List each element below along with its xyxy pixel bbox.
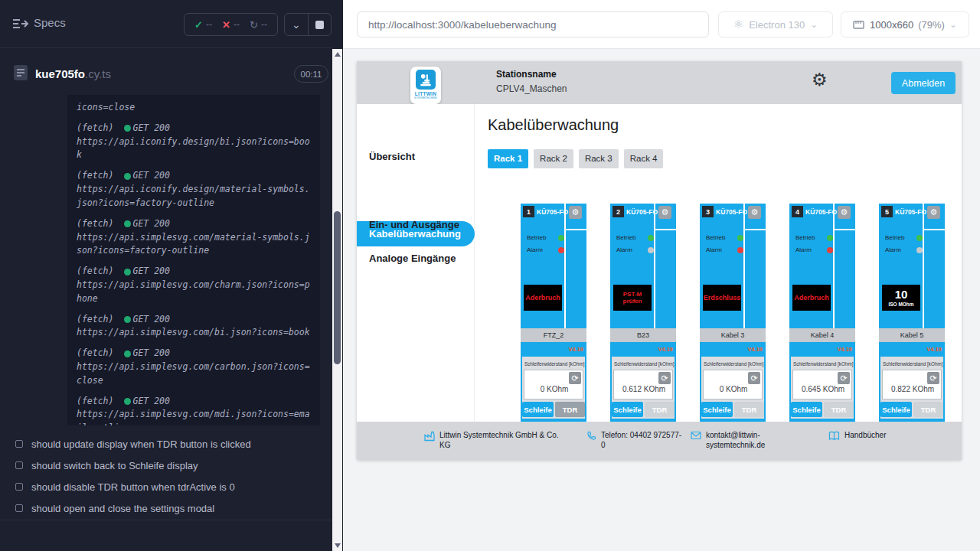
app-header: LITTWIN SYSTEMTECHNIK Stationsname CPLV4… <box>357 61 962 104</box>
measurement-label: Schleifenwiderstand [kOhm] <box>524 361 584 367</box>
tdr-button[interactable]: TDR <box>824 402 854 417</box>
scroll-down-arrow[interactable] <box>332 540 342 551</box>
schleife-button[interactable]: Schleife <box>522 402 554 417</box>
collapse-all-button[interactable]: ⌄ <box>285 15 308 34</box>
card-title: KÜ705-FO <box>805 208 837 216</box>
tdr-button[interactable]: TDR <box>645 402 675 417</box>
test-row[interactable]: should disable TDR button when tdrActive… <box>15 476 329 497</box>
schleife-button[interactable]: Schleife <box>701 402 733 417</box>
logout-button[interactable]: Abmelden <box>891 72 956 94</box>
test-row[interactable]: should update display when TDR button is… <box>15 433 329 455</box>
card-number-badge: 5 <box>881 206 893 217</box>
schleife-button[interactable]: Schleife <box>791 402 822 417</box>
card-settings-button[interactable]: ⚙ <box>838 206 851 219</box>
refresh-icon: ⟳ <box>929 374 936 383</box>
gear-icon: ⚙ <box>930 208 938 217</box>
card-settings-button[interactable]: ⚙ <box>658 206 671 219</box>
iso-value: 10 <box>895 289 908 302</box>
card-settings-button[interactable]: ⚙ <box>569 206 582 219</box>
schleife-button[interactable]: Schleife <box>612 402 643 417</box>
url-input[interactable] <box>357 11 709 37</box>
tdr-button[interactable]: TDR <box>913 402 943 417</box>
tdr-button[interactable]: TDR <box>555 402 585 417</box>
status-display: Aderbruch <box>524 285 562 311</box>
scroll-up-arrow[interactable] <box>332 49 342 60</box>
betrieb-led <box>737 235 743 241</box>
status-ok-dot <box>124 220 131 227</box>
littwin-logo: LITTWIN SYSTEMTECHNIK <box>410 67 441 104</box>
refresh-button[interactable]: ⟳ <box>569 372 581 384</box>
logo-text: LITTWIN <box>410 91 441 96</box>
card-settings-button[interactable]: ⚙ <box>748 206 761 219</box>
betrieb-label: Betrieb <box>706 234 725 241</box>
tab-rack-2[interactable]: Rack 2 <box>534 149 573 168</box>
network-log-entry[interactable]: (fetch)GET 200 https://api.simplesvg.com… <box>77 395 311 425</box>
measurement-value: 0.645 KOhm <box>793 385 853 393</box>
network-log-entry[interactable]: (fetch)GET 200 https://api.simplesvg.com… <box>77 217 311 258</box>
value-box: ⟳ 0 KOhm <box>703 370 763 399</box>
network-log-entry[interactable]: (fetch)GET 200 https://api.simplesvg.com… <box>77 265 311 305</box>
refresh-button[interactable]: ⟳ <box>658 372 671 384</box>
alarm-label: Alarm <box>885 246 901 253</box>
footer-manuals[interactable]: Handbücher <box>828 430 886 441</box>
cable-label: FTZ_2 <box>521 328 586 342</box>
browser-selector[interactable]: ⚛ Electron 130 ⌄ <box>718 11 833 37</box>
card-title: KÜ705-FO <box>895 208 926 216</box>
card-number-badge: 2 <box>612 206 624 217</box>
network-log-entry[interactable]: (fetch)GET 200 https://api.simplesvg.com… <box>77 347 311 387</box>
tab-rack-4[interactable]: Rack 4 <box>624 149 664 168</box>
measurement-label: Schleifenwiderstand [kOhm] <box>704 361 763 367</box>
betrieb-label: Betrieb <box>616 234 635 241</box>
stop-tests-button[interactable] <box>309 21 332 29</box>
refresh-button[interactable]: ⟳ <box>927 372 939 384</box>
logo-subtext: SYSTEMTECHNIK <box>410 96 441 99</box>
network-log-entry[interactable]: (fetch)GET 200 https://api.iconify.desig… <box>77 122 311 162</box>
tab-rack-3[interactable]: Rack 3 <box>579 149 619 168</box>
test-row[interactable]: should switch back to Schleife display <box>15 455 329 476</box>
viewport-selector[interactable]: 1000x660 (79%) ⌄ <box>841 11 969 37</box>
status-ok-dot <box>124 350 131 357</box>
card-settings-button[interactable]: ⚙ <box>927 206 940 219</box>
sidebar-item-uebersicht[interactable]: Übersicht <box>369 151 415 162</box>
pending-test-icon <box>15 504 23 512</box>
pending-test-icon <box>15 483 23 491</box>
network-log-entry[interactable]: icons=close <box>77 101 311 115</box>
footer-company: Littwin Systemtechnik GmbH & Co. KG <box>424 430 564 450</box>
test-row[interactable]: should open and close the settings modal <box>15 497 329 519</box>
failed-count: -- <box>234 19 240 30</box>
test-stats: ✓ -- ✕ -- ↻ -- <box>184 13 278 36</box>
refresh-button[interactable]: ⟳ <box>838 372 850 384</box>
card-title: KÜ705-FO <box>716 208 747 216</box>
network-log-entry[interactable]: (fetch)GET 200 https://api.simplesvg.com… <box>77 313 311 341</box>
spec-file-ext: .cy.ts <box>85 67 111 80</box>
browser-chrome-bar: ⚛ Electron 130 ⌄ 1000x660 (79%) ⌄ <box>343 0 980 49</box>
card-title: KÜ705-FO <box>537 208 568 216</box>
chevron-down-icon: ⌄ <box>292 18 301 31</box>
stop-icon <box>315 21 324 29</box>
sidebar-item-ein-und-ausgaenge[interactable]: Ein- und Ausgänge <box>369 219 459 230</box>
sidebar-item-analoge-eingaenge[interactable]: Analoge Eingänge <box>369 253 456 264</box>
betrieb-label: Betrieb <box>527 234 546 241</box>
status-ok-dot <box>124 125 131 132</box>
footer-email[interactable]: kontakt@littwin-systemtechnik.de <box>691 430 782 450</box>
measurement-value: 0 KOhm <box>524 385 584 393</box>
status-ok-dot <box>124 269 131 276</box>
schleife-button[interactable]: Schleife <box>880 402 912 417</box>
specs-list-toggle-icon[interactable] <box>12 17 29 31</box>
stat-pending: ↻ -- <box>250 19 267 31</box>
measurement-value: 0 KOhm <box>704 385 763 393</box>
betrieb-led <box>648 235 654 241</box>
value-box: ⟳ 0.612 KOhm <box>613 370 673 399</box>
spec-file-name: kue705fo.cy.ts <box>35 67 111 80</box>
gear-icon: ⚙ <box>662 208 669 217</box>
sidebar-nav: Übersicht Kabelüberwachung Ein- und Ausg… <box>357 104 475 460</box>
tdr-button[interactable]: TDR <box>734 402 764 417</box>
scrollbar-thumb[interactable] <box>334 211 341 364</box>
settings-gear-icon[interactable]: ⚙ <box>812 71 828 89</box>
network-log-entry[interactable]: (fetch)GET 200 https://api.iconify.desig… <box>77 169 311 210</box>
vertical-scrollbar[interactable] <box>332 49 342 551</box>
refresh-button[interactable]: ⟳ <box>748 372 760 384</box>
tab-rack-1[interactable]: Rack 1 <box>488 149 528 168</box>
viewport-size: 1000x660 <box>870 19 913 31</box>
spec-file-row[interactable]: kue705fo.cy.ts 00:11 <box>0 61 332 89</box>
